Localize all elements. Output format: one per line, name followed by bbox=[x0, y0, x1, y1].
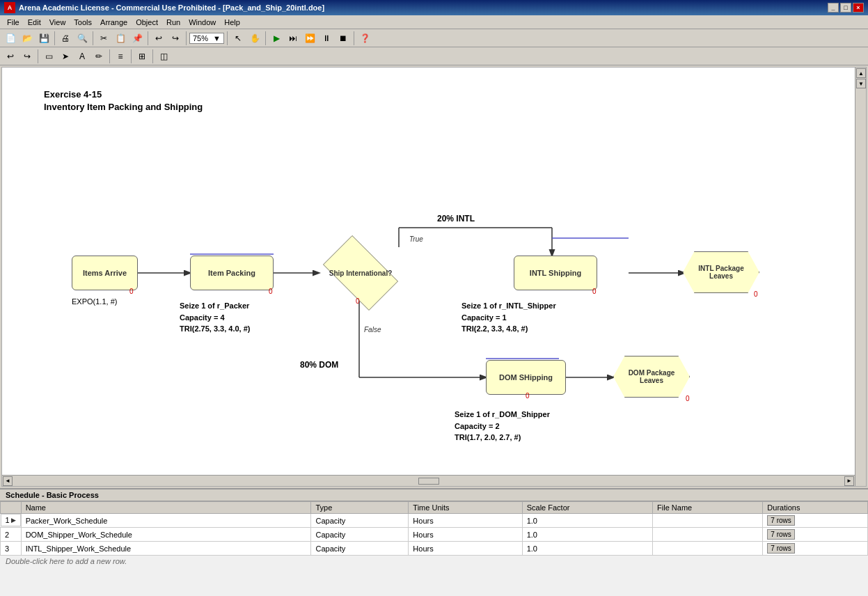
close-button[interactable]: × bbox=[853, 3, 864, 13]
diagram-title: Exercise 4-15 Inventory Item Packing and… bbox=[44, 88, 203, 113]
grid-icon[interactable]: ⊞ bbox=[134, 49, 150, 64]
canvas-area[interactable]: Exercise 4-15 Inventory Item Packing and… bbox=[1, 67, 867, 487]
row1-timeunits: Hours bbox=[409, 514, 522, 528]
intl-leaves-inner: INTL Package Leaves bbox=[683, 251, 759, 293]
table-row[interactable]: 1 ▶ Packer_Work_Schedule Capacity Hours … bbox=[1, 514, 868, 528]
item-packing-node[interactable]: Item Packing bbox=[190, 256, 274, 290]
undo-icon[interactable]: ↩ bbox=[151, 31, 166, 46]
schedule-table-container: Name Type Time Units Scale Factor File N… bbox=[0, 501, 868, 567]
cut-icon[interactable]: ✂ bbox=[96, 31, 111, 46]
scrollbar-right[interactable]: ▲ ▼ bbox=[855, 68, 866, 486]
pencil-icon[interactable]: ✏ bbox=[91, 49, 106, 64]
save-icon[interactable]: 💾 bbox=[36, 31, 52, 46]
table-row[interactable]: 3 INTL_Shipper_Work_Schedule Capacity Ho… bbox=[1, 542, 868, 556]
title-line2: Inventory Item Packing and Shipping bbox=[44, 101, 203, 113]
ship-intl-queue: 0 bbox=[356, 297, 360, 305]
row3-type: Capacity bbox=[311, 542, 409, 556]
menu-window[interactable]: Window bbox=[184, 17, 220, 28]
row3-scalefactor: 1.0 bbox=[522, 542, 652, 556]
row1-durations[interactable]: 7 rows bbox=[763, 514, 868, 528]
menu-run[interactable]: Run bbox=[162, 17, 184, 28]
dom-shipping-queue: 0 bbox=[526, 392, 530, 400]
table-header-row: Name Type Time Units Scale Factor File N… bbox=[1, 502, 868, 514]
row3-durations-btn[interactable]: 7 rows bbox=[767, 543, 794, 554]
redo-icon[interactable]: ↪ bbox=[168, 31, 183, 46]
scroll-right-icon[interactable]: ► bbox=[844, 476, 854, 486]
rect-icon[interactable]: ▭ bbox=[41, 49, 56, 64]
open-icon[interactable]: 📂 bbox=[19, 31, 35, 46]
intl-shipping-node[interactable]: INTL Shipping bbox=[514, 256, 597, 290]
menu-edit[interactable]: Edit bbox=[24, 17, 45, 28]
items-arrive-label: Items Arrive bbox=[83, 269, 127, 277]
copy-icon[interactable]: 📋 bbox=[113, 31, 128, 46]
module-icon[interactable]: ◫ bbox=[156, 49, 171, 64]
help-icon[interactable]: ❓ bbox=[357, 31, 372, 46]
bottom-panel: Schedule - Basic Process Name Type Time … bbox=[0, 488, 868, 596]
redo2-icon[interactable]: ↪ bbox=[19, 49, 35, 64]
step-icon[interactable]: ⏭ bbox=[285, 31, 301, 46]
ship-international-label: Ship International? bbox=[329, 269, 393, 277]
pointer-icon[interactable]: ↖ bbox=[230, 31, 246, 46]
print-icon[interactable]: 🖨 bbox=[58, 31, 73, 46]
fast-forward-icon[interactable]: ⏩ bbox=[302, 31, 317, 46]
new-icon[interactable]: 📄 bbox=[3, 31, 18, 46]
row2-durations-btn[interactable]: 7 rows bbox=[767, 529, 794, 540]
dom-leaves-inner: DOM Package Leaves bbox=[613, 356, 690, 398]
intl-shipping-queue: 0 bbox=[592, 288, 597, 295]
toolbar-1: 📄 📂 💾 🖨 🔍 ✂ 📋 📌 ↩ ↪ 75% ▼ ↖ ✋ ▶ ⏭ ⏩ ⏸ ⏹ … bbox=[0, 29, 868, 47]
svg-text:False: False bbox=[364, 326, 381, 334]
scroll-thumb[interactable] bbox=[418, 478, 439, 485]
row1-num: 1 ▶ bbox=[1, 514, 21, 526]
zoom-selector[interactable]: 75% ▼ bbox=[189, 33, 224, 44]
menu-file[interactable]: File bbox=[3, 17, 24, 28]
undo2-icon[interactable]: ↩ bbox=[3, 49, 18, 64]
scroll-up-icon[interactable]: ▲ bbox=[856, 68, 866, 78]
items-arrive-node[interactable]: Items Arrive bbox=[72, 256, 138, 290]
hand-icon[interactable]: ✋ bbox=[247, 31, 262, 46]
row3-timeunits: Hours bbox=[409, 542, 522, 556]
stop-icon[interactable]: ⏹ bbox=[336, 31, 351, 46]
row1-arrow: ▶ bbox=[11, 517, 16, 524]
dom-shipping-label: DOM SHipping bbox=[499, 373, 553, 382]
title-bar: A Arena Academic License - Commercial Us… bbox=[0, 0, 868, 15]
menu-tools[interactable]: Tools bbox=[70, 17, 96, 28]
scrollbar-horizontal[interactable]: ◄ ► bbox=[2, 475, 855, 486]
item-packing-annotation: Seize 1 of r_Packer Capacity = 4 TRI(2.7… bbox=[180, 300, 251, 335]
dom-package-leaves-node[interactable]: DOM Package Leaves bbox=[613, 356, 690, 398]
run-icon[interactable]: ▶ bbox=[269, 31, 284, 46]
paste-icon[interactable]: 📌 bbox=[129, 31, 145, 46]
intl-package-leaves-node[interactable]: INTL Package Leaves bbox=[683, 251, 759, 293]
print-preview-icon[interactable]: 🔍 bbox=[74, 31, 90, 46]
table-row[interactable]: 2 DOM_Shipper_Work_Schedule Capacity Hou… bbox=[1, 528, 868, 542]
pause-icon[interactable]: ⏸ bbox=[319, 31, 334, 46]
window-controls[interactable]: _ □ × bbox=[828, 3, 864, 13]
arrow-icon[interactable]: ➤ bbox=[58, 49, 73, 64]
ship-international-node[interactable]: Ship International? bbox=[315, 245, 406, 301]
row1-type: Capacity bbox=[311, 514, 409, 528]
text-icon[interactable]: A bbox=[74, 49, 90, 64]
row1-durations-btn[interactable]: 7 rows bbox=[767, 515, 794, 526]
scroll-down-icon[interactable]: ▼ bbox=[856, 79, 866, 88]
add-row-hint[interactable]: Double-click here to add a new row. bbox=[0, 556, 868, 567]
menu-object[interactable]: Object bbox=[132, 17, 162, 28]
svg-text:True: True bbox=[409, 235, 423, 243]
row2-name: DOM_Shipper_Work_Schedule bbox=[21, 528, 311, 542]
row2-durations[interactable]: 7 rows bbox=[763, 528, 868, 542]
dom-package-leaves-label: DOM Package Leaves bbox=[629, 369, 675, 384]
title-text: Arena Academic License - Commercial Use … bbox=[19, 3, 324, 12]
menu-help[interactable]: Help bbox=[220, 17, 244, 28]
dom-percent-label: 80% DOM bbox=[300, 360, 338, 370]
col-filename-header: File Name bbox=[653, 502, 763, 514]
align-icon[interactable]: ≡ bbox=[113, 49, 128, 64]
zoom-dropdown-icon[interactable]: ▼ bbox=[213, 34, 221, 42]
row1-name: Packer_Work_Schedule bbox=[21, 514, 311, 528]
row1-filename bbox=[653, 514, 763, 528]
scroll-left-icon[interactable]: ◄ bbox=[3, 476, 13, 486]
row3-durations[interactable]: 7 rows bbox=[763, 542, 868, 556]
menu-view[interactable]: View bbox=[45, 17, 70, 28]
restore-button[interactable]: □ bbox=[840, 3, 851, 13]
row2-filename bbox=[653, 528, 763, 542]
minimize-button[interactable]: _ bbox=[828, 3, 839, 13]
menu-arrange[interactable]: Arrange bbox=[96, 17, 132, 28]
dom-shipping-node[interactable]: DOM SHipping bbox=[486, 360, 566, 395]
